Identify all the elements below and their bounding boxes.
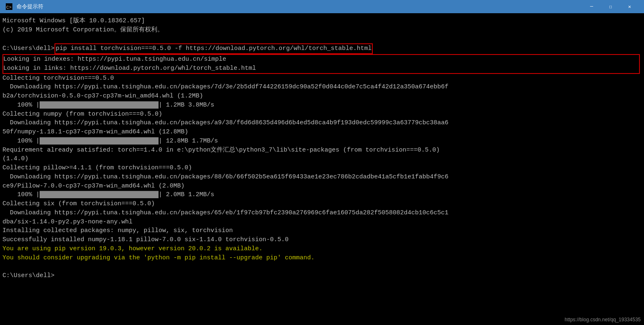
- cmd-icon: C>: [5, 2, 13, 11]
- line-install: Installing collected packages: numpy, pi…: [2, 226, 642, 235]
- window-title: 命令提示符: [17, 3, 582, 10]
- line-prog1: 100% |████████████████████████████████| …: [2, 101, 642, 110]
- terminal-body: Microsoft Windows [版本 10.0.18362.657] (c…: [0, 13, 644, 325]
- line-collect1: Collecting torchvision===0.5.0: [2, 74, 642, 83]
- line-win-ver: Microsoft Windows [版本 10.0.18362.657]: [2, 17, 642, 26]
- line-prog3: 100% |████████████████████████████████| …: [2, 190, 642, 199]
- line-collect4: Collecting six (from torchvision===0.5.0…: [2, 199, 642, 209]
- pip-command-highlight: pip install torchvision===0.5.0 -f https…: [54, 43, 373, 54]
- line-dl2: Downloading https://pypi.tuna.tsinghua.e…: [2, 119, 642, 128]
- line-prog2: 100% |████████████████████████████████| …: [2, 137, 642, 146]
- line-warn2: You should consider upgrading via the 'p…: [2, 254, 642, 263]
- line-req: Requirement already satisfied: torch==1.…: [2, 146, 642, 155]
- line-collect3: Collecting pillow>=4.1.1 (from torchvisi…: [2, 164, 642, 173]
- titlebar: C> 命令提示符 — ☐ ✕: [0, 0, 644, 13]
- minimize-button[interactable]: —: [582, 0, 601, 13]
- line-dl1: Downloading https://pypi.tuna.tsinghua.e…: [2, 83, 642, 92]
- line-dl2b: 50f/numpy-1.18.1-cp37-cp37m-win_amd64.wh…: [2, 128, 642, 137]
- line-dl4b: dba/six-1.14.0-py2.py3-none-any.whl: [2, 218, 642, 227]
- line-req2: (1.4.0): [2, 154, 642, 164]
- watermark: https://blog.csdn.net/qq_19334535: [565, 317, 641, 323]
- line-success: Successfully installed numpy-1.18.1 pill…: [2, 235, 642, 244]
- svg-text:C>: C>: [6, 5, 12, 10]
- close-button[interactable]: ✕: [620, 0, 639, 13]
- line-blank2: [2, 262, 642, 271]
- line-dl1b: b2a/torchvision-0.5.0-cp37-cp37m-win_amd…: [2, 92, 642, 101]
- line-dl3b: ce9/Pillow-7.0.0-cp37-cp37m-win_amd64.wh…: [2, 182, 642, 191]
- line-index: Looking in indexes: https://pypi.tuna.ts…: [3, 55, 639, 64]
- line-warn1: You are using pip version 19.0.3, howeve…: [2, 244, 642, 254]
- line-blank1: [2, 35, 642, 44]
- line-dl3: Downloading https://pypi.tuna.tsinghua.e…: [2, 173, 642, 182]
- line-dl4: Downloading https://pypi.tuna.tsinghua.e…: [2, 209, 642, 218]
- line-prompt2: C:\Users\dell>: [2, 271, 642, 280]
- maximize-button[interactable]: ☐: [601, 0, 620, 13]
- line-links: Looking in links: https://download.pytor…: [3, 64, 639, 73]
- prompt-prefix: C:\Users\dell>: [2, 44, 54, 53]
- line-collect2: Collecting numpy (from torchvision===0.5…: [2, 110, 642, 119]
- line-copyright: (c) 2019 Microsoft Corporation。保留所有权利。: [2, 26, 642, 35]
- window-controls: — ☐ ✕: [582, 0, 639, 13]
- command-line: C:\Users\dell>pip install torchvision===…: [2, 43, 642, 54]
- index-highlight-block: Looking in indexes: https://pypi.tuna.ts…: [2, 54, 640, 74]
